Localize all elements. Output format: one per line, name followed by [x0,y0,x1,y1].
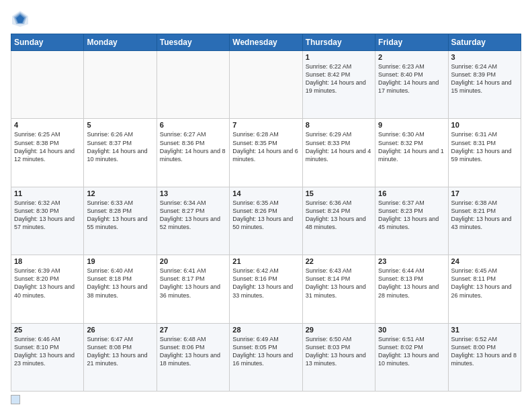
calendar-cell: 1Sunrise: 6:22 AM Sunset: 8:42 PM Daylig… [302,51,375,119]
day-number: 11 [14,189,81,197]
calendar-cell: 30Sunrise: 6:51 AM Sunset: 8:02 PM Dayli… [375,323,448,391]
day-info: Sunrise: 6:29 AM Sunset: 8:33 PM Dayligh… [306,130,372,163]
day-info: Sunrise: 6:28 AM Sunset: 8:35 PM Dayligh… [232,130,299,163]
day-info: Sunrise: 6:48 AM Sunset: 8:06 PM Dayligh… [160,335,226,368]
calendar-cell: 3Sunrise: 6:24 AM Sunset: 8:39 PM Daylig… [448,51,521,119]
day-info: Sunrise: 6:42 AM Sunset: 8:16 PM Dayligh… [232,267,299,300]
calendar-cell: 21Sunrise: 6:42 AM Sunset: 8:16 PM Dayli… [230,255,302,323]
calendar-cell [157,51,229,119]
calendar-cell: 24Sunrise: 6:45 AM Sunset: 8:11 PM Dayli… [448,255,521,323]
week-row-2: 11Sunrise: 6:32 AM Sunset: 8:30 PM Dayli… [11,187,521,255]
day-info: Sunrise: 6:49 AM Sunset: 8:05 PM Dayligh… [232,335,299,368]
calendar-cell: 12Sunrise: 6:33 AM Sunset: 8:28 PM Dayli… [84,187,157,255]
calendar-cell: 23Sunrise: 6:44 AM Sunset: 8:13 PM Dayli… [375,255,448,323]
day-info: Sunrise: 6:24 AM Sunset: 8:39 PM Dayligh… [451,62,518,95]
calendar-header: SundayMondayTuesdayWednesdayThursdayFrid… [11,34,521,51]
calendar-cell: 7Sunrise: 6:28 AM Sunset: 8:35 PM Daylig… [230,119,302,187]
calendar-cell: 31Sunrise: 6:52 AM Sunset: 8:00 PM Dayli… [448,323,521,391]
day-info: Sunrise: 6:44 AM Sunset: 8:13 PM Dayligh… [378,267,445,300]
calendar-cell: 11Sunrise: 6:32 AM Sunset: 8:30 PM Dayli… [11,187,84,255]
calendar-cell: 4Sunrise: 6:25 AM Sunset: 8:38 PM Daylig… [11,119,84,187]
day-info: Sunrise: 6:36 AM Sunset: 8:24 PM Dayligh… [306,199,372,232]
day-number: 10 [451,121,518,129]
legend-box [11,395,20,404]
day-number: 24 [451,257,518,265]
day-number: 15 [306,189,372,197]
calendar-cell: 27Sunrise: 6:48 AM Sunset: 8:06 PM Dayli… [157,323,229,391]
day-info: Sunrise: 6:22 AM Sunset: 8:42 PM Dayligh… [306,62,372,95]
calendar-body: 1Sunrise: 6:22 AM Sunset: 8:42 PM Daylig… [11,51,521,392]
day-number: 21 [232,257,299,265]
day-info: Sunrise: 6:33 AM Sunset: 8:28 PM Dayligh… [87,199,153,232]
calendar-cell: 14Sunrise: 6:35 AM Sunset: 8:26 PM Dayli… [230,187,302,255]
day-number: 4 [14,121,81,129]
day-number: 5 [87,121,153,129]
day-info: Sunrise: 6:27 AM Sunset: 8:36 PM Dayligh… [160,130,226,163]
week-row-3: 18Sunrise: 6:39 AM Sunset: 8:20 PM Dayli… [11,255,521,323]
day-number: 17 [451,189,518,197]
day-info: Sunrise: 6:45 AM Sunset: 8:11 PM Dayligh… [451,267,518,300]
day-info: Sunrise: 6:26 AM Sunset: 8:37 PM Dayligh… [87,130,153,163]
day-number: 28 [232,326,299,334]
logo [11,9,32,28]
day-info: Sunrise: 6:23 AM Sunset: 8:40 PM Dayligh… [378,62,445,95]
day-number: 6 [160,121,226,129]
day-info: Sunrise: 6:43 AM Sunset: 8:14 PM Dayligh… [306,267,372,300]
day-number: 20 [160,257,226,265]
day-header-friday: Friday [375,34,448,51]
legend [11,395,521,404]
day-header-sunday: Sunday [11,34,84,51]
calendar-table: SundayMondayTuesdayWednesdayThursdayFrid… [11,34,521,392]
day-info: Sunrise: 6:41 AM Sunset: 8:17 PM Dayligh… [160,267,226,300]
day-number: 9 [378,121,445,129]
calendar-cell: 2Sunrise: 6:23 AM Sunset: 8:40 PM Daylig… [375,51,448,119]
day-header-wednesday: Wednesday [230,34,302,51]
calendar-cell: 6Sunrise: 6:27 AM Sunset: 8:36 PM Daylig… [157,119,229,187]
day-number: 13 [160,189,226,197]
day-info: Sunrise: 6:40 AM Sunset: 8:18 PM Dayligh… [87,267,153,300]
calendar-cell [230,51,302,119]
day-number: 3 [451,53,518,61]
calendar-cell: 8Sunrise: 6:29 AM Sunset: 8:33 PM Daylig… [302,119,375,187]
day-header-saturday: Saturday [448,34,521,51]
day-number: 2 [378,53,445,61]
day-info: Sunrise: 6:37 AM Sunset: 8:23 PM Dayligh… [378,199,445,232]
calendar-cell: 20Sunrise: 6:41 AM Sunset: 8:17 PM Dayli… [157,255,229,323]
calendar-cell: 16Sunrise: 6:37 AM Sunset: 8:23 PM Dayli… [375,187,448,255]
day-info: Sunrise: 6:30 AM Sunset: 8:32 PM Dayligh… [378,130,445,163]
day-header-monday: Monday [84,34,157,51]
calendar-cell: 25Sunrise: 6:46 AM Sunset: 8:10 PM Dayli… [11,323,84,391]
day-number: 25 [14,326,81,334]
day-number: 7 [232,121,299,129]
calendar-cell: 19Sunrise: 6:40 AM Sunset: 8:18 PM Dayli… [84,255,157,323]
calendar-cell: 22Sunrise: 6:43 AM Sunset: 8:14 PM Dayli… [302,255,375,323]
day-info: Sunrise: 6:31 AM Sunset: 8:31 PM Dayligh… [451,130,518,163]
day-info: Sunrise: 6:25 AM Sunset: 8:38 PM Dayligh… [14,130,81,163]
calendar-cell: 15Sunrise: 6:36 AM Sunset: 8:24 PM Dayli… [302,187,375,255]
day-number: 29 [306,326,372,334]
calendar-cell: 9Sunrise: 6:30 AM Sunset: 8:32 PM Daylig… [375,119,448,187]
week-row-0: 1Sunrise: 6:22 AM Sunset: 8:42 PM Daylig… [11,51,521,119]
header [11,9,521,28]
day-info: Sunrise: 6:51 AM Sunset: 8:02 PM Dayligh… [378,335,445,368]
week-row-1: 4Sunrise: 6:25 AM Sunset: 8:38 PM Daylig… [11,119,521,187]
day-number: 8 [306,121,372,129]
calendar-cell: 17Sunrise: 6:38 AM Sunset: 8:21 PM Dayli… [448,187,521,255]
calendar-cell: 28Sunrise: 6:49 AM Sunset: 8:05 PM Dayli… [230,323,302,391]
day-number: 18 [14,257,81,265]
day-info: Sunrise: 6:50 AM Sunset: 8:03 PM Dayligh… [306,335,372,368]
header-row: SundayMondayTuesdayWednesdayThursdayFrid… [11,34,521,51]
day-number: 14 [232,189,299,197]
day-info: Sunrise: 6:47 AM Sunset: 8:08 PM Dayligh… [87,335,153,368]
calendar-cell: 13Sunrise: 6:34 AM Sunset: 8:27 PM Dayli… [157,187,229,255]
calendar-cell: 10Sunrise: 6:31 AM Sunset: 8:31 PM Dayli… [448,119,521,187]
day-number: 16 [378,189,445,197]
day-info: Sunrise: 6:34 AM Sunset: 8:27 PM Dayligh… [160,199,226,232]
day-number: 23 [378,257,445,265]
calendar-cell: 26Sunrise: 6:47 AM Sunset: 8:08 PM Dayli… [84,323,157,391]
day-info: Sunrise: 6:35 AM Sunset: 8:26 PM Dayligh… [232,199,299,232]
day-number: 30 [378,326,445,334]
day-number: 22 [306,257,372,265]
calendar-cell [84,51,157,119]
calendar-cell [11,51,84,119]
